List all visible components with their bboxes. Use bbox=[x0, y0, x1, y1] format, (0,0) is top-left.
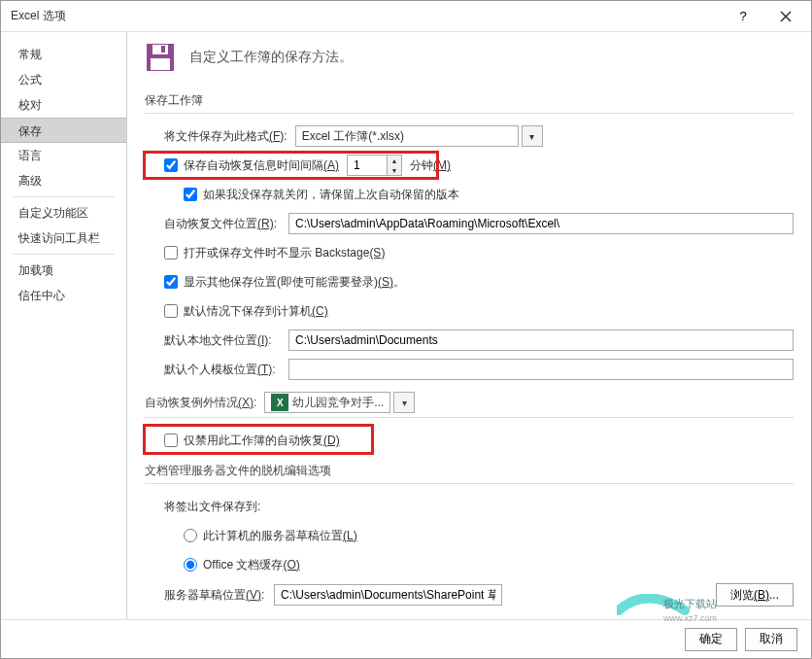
sidebar-item-addins[interactable]: 加载项 bbox=[1, 258, 126, 283]
autorecover-label: 保存自动恢复信息时间间隔(A) bbox=[184, 157, 339, 174]
excel-options-dialog: Excel 选项 ? 常规 公式 校对 保存 语言 高级 自定义功能区 快速访问… bbox=[0, 0, 812, 659]
sidebar-item-customize-ribbon[interactable]: 自定义功能区 bbox=[1, 200, 126, 225]
spinner-down-icon[interactable]: ▼ bbox=[388, 165, 401, 175]
exceptions-workbook-combo[interactable]: X 幼儿园竞争对手... ▾ bbox=[264, 392, 415, 413]
row-local-location: 默认本地文件位置(I): bbox=[164, 330, 794, 351]
office-cache-radio[interactable] bbox=[184, 558, 197, 572]
row-draft-location: 服务器草稿位置(V): 浏览(B)... bbox=[164, 583, 794, 607]
file-format-combo[interactable]: Excel 工作簿(*.xlsx) ▾ bbox=[295, 125, 543, 147]
row-template-location: 默认个人模板位置(T): bbox=[164, 359, 794, 380]
sidebar-item-language[interactable]: 语言 bbox=[1, 143, 126, 168]
checkout-label: 将签出文件保存到: bbox=[164, 499, 260, 515]
row-disable-autorecover[interactable]: 仅禁用此工作簿的自动恢复(D) bbox=[164, 430, 794, 451]
dialog-footer: 极光下载站 www.xz7.com 确定 取消 bbox=[1, 619, 811, 658]
sidebar-item-general[interactable]: 常规 bbox=[1, 42, 126, 67]
disable-autorecover-checkbox[interactable] bbox=[164, 434, 178, 447]
row-radio-office-cache[interactable]: Office 文档缓存(O) bbox=[184, 554, 794, 575]
default-pc-label: 默认情况下保存到计算机(C) bbox=[184, 303, 328, 320]
row-keep-last-autosave[interactable]: 如果我没保存就关闭，请保留上次自动保留的版本 bbox=[184, 184, 794, 205]
autorecover-interval-input[interactable] bbox=[348, 156, 387, 175]
exceptions-workbook-value: X 幼儿园竞争对手... bbox=[264, 392, 390, 413]
title-bar: Excel 选项 ? bbox=[1, 1, 811, 32]
exceptions-label: 自动恢复例外情况(X): bbox=[145, 395, 256, 411]
row-file-format: 将文件保存为此格式(F): Excel 工作簿(*.xlsx) ▾ bbox=[164, 125, 794, 147]
main-panel: 自定义工作簿的保存方法。 保存工作簿 将文件保存为此格式(F): Excel 工… bbox=[127, 32, 811, 619]
template-location-label: 默认个人模板位置(T): bbox=[164, 362, 281, 378]
sidebar-item-quick-access[interactable]: 快速访问工具栏 bbox=[1, 225, 126, 251]
office-cache-label: Office 文档缓存(O) bbox=[203, 557, 300, 573]
section-save-workbook: 保存工作簿 bbox=[145, 88, 794, 114]
keep-last-checkbox[interactable] bbox=[184, 188, 197, 201]
checkout-label-row: 将签出文件保存到: bbox=[164, 496, 794, 517]
autorecover-location-label: 自动恢复文件位置(R): bbox=[164, 216, 281, 232]
browse-button[interactable]: 浏览(B)... bbox=[716, 583, 794, 607]
autorecover-interval-spinner[interactable]: ▲ ▼ bbox=[347, 155, 402, 176]
draft-location-label: 服务器草稿位置(V): bbox=[164, 587, 266, 604]
svg-rect-2 bbox=[161, 46, 165, 52]
window-title: Excel 选项 bbox=[11, 8, 722, 24]
server-drafts-label: 此计算机的服务器草稿位置(L) bbox=[203, 528, 357, 544]
row-other-locations[interactable]: 显示其他保存位置(即使可能需要登录)(S)。 bbox=[164, 271, 794, 293]
local-location-label: 默认本地文件位置(I): bbox=[164, 332, 281, 349]
row-default-pc[interactable]: 默认情况下保存到计算机(C) bbox=[164, 300, 794, 322]
ok-button[interactable]: 确定 bbox=[685, 628, 737, 651]
options-sidebar: 常规 公式 校对 保存 语言 高级 自定义功能区 快速访问工具栏 加载项 信任中… bbox=[1, 32, 127, 619]
spinner-up-icon[interactable]: ▲ bbox=[388, 156, 401, 165]
close-button[interactable] bbox=[764, 2, 807, 31]
row-backstage[interactable]: 打开或保存文件时不显示 Backstage(S) bbox=[164, 242, 794, 263]
row-autorecover-interval[interactable]: 保存自动恢复信息时间间隔(A) ▲ ▼ 分钟(M) bbox=[164, 155, 794, 176]
chevron-down-icon[interactable]: ▾ bbox=[393, 392, 415, 413]
svg-rect-3 bbox=[151, 58, 170, 70]
sidebar-item-formulas[interactable]: 公式 bbox=[1, 67, 126, 92]
autorecover-location-input[interactable] bbox=[288, 213, 794, 234]
other-locations-label: 显示其他保存位置(即使可能需要登录)(S)。 bbox=[184, 274, 405, 291]
file-format-label: 将文件保存为此格式(F): bbox=[164, 128, 288, 145]
sidebar-separator bbox=[13, 254, 115, 255]
minutes-label: 分钟(M) bbox=[410, 157, 451, 174]
disable-autorecover-label: 仅禁用此工作簿的自动恢复(D) bbox=[184, 433, 340, 449]
sidebar-item-trust-center[interactable]: 信任中心 bbox=[1, 283, 126, 308]
sidebar-separator bbox=[13, 196, 115, 197]
backstage-label: 打开或保存文件时不显示 Backstage(S) bbox=[184, 245, 385, 261]
dialog-body: 常规 公式 校对 保存 语言 高级 自定义功能区 快速访问工具栏 加载项 信任中… bbox=[1, 32, 811, 619]
server-drafts-radio[interactable] bbox=[184, 529, 197, 542]
sidebar-item-save[interactable]: 保存 bbox=[1, 118, 126, 143]
draft-location-input[interactable] bbox=[274, 584, 502, 606]
file-format-value: Excel 工作簿(*.xlsx) bbox=[295, 125, 519, 147]
section-offline-editing: 文档管理服务器文件的脱机编辑选项 bbox=[145, 459, 794, 484]
svg-rect-1 bbox=[152, 45, 168, 54]
template-location-input[interactable] bbox=[288, 359, 794, 380]
row-autorecover-location: 自动恢复文件位置(R): bbox=[164, 213, 794, 234]
sidebar-item-advanced[interactable]: 高级 bbox=[1, 168, 126, 193]
panel-header: 自定义工作簿的保存方法。 bbox=[145, 42, 794, 73]
help-button[interactable]: ? bbox=[722, 2, 764, 31]
backstage-checkbox[interactable] bbox=[164, 246, 178, 260]
other-locations-checkbox[interactable] bbox=[164, 275, 178, 289]
save-disk-icon bbox=[145, 42, 176, 73]
excel-app-icon: X bbox=[271, 394, 288, 411]
default-pc-checkbox[interactable] bbox=[164, 304, 178, 318]
close-icon bbox=[780, 11, 792, 22]
row-radio-server-drafts[interactable]: 此计算机的服务器草稿位置(L) bbox=[184, 525, 794, 546]
chevron-down-icon[interactable]: ▾ bbox=[522, 125, 543, 147]
local-location-input[interactable] bbox=[288, 330, 794, 351]
cancel-button[interactable]: 取消 bbox=[745, 628, 797, 651]
section-autorecover-exceptions: 自动恢复例外情况(X): X 幼儿园竞争对手... ▾ bbox=[145, 388, 794, 418]
keep-last-label: 如果我没保存就关闭，请保留上次自动保留的版本 bbox=[203, 187, 459, 203]
panel-header-text: 自定义工作簿的保存方法。 bbox=[189, 49, 353, 66]
autorecover-checkbox[interactable] bbox=[164, 158, 178, 172]
sidebar-item-proofing[interactable]: 校对 bbox=[1, 92, 126, 118]
